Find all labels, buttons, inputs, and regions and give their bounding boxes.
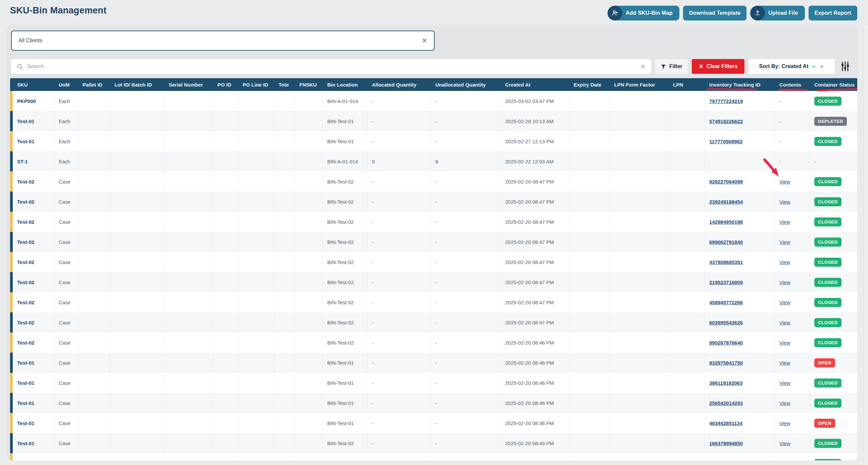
cell-serial xyxy=(164,131,213,151)
inventory-tracking-id-link[interactable]: 990287876640 xyxy=(709,340,743,345)
view-contents-link[interactable]: View xyxy=(779,340,790,345)
cell-contents: View xyxy=(775,232,810,252)
cell-lpn xyxy=(669,131,705,151)
download-template-button[interactable]: Download Template xyxy=(683,6,746,21)
inventory-tracking-id-link[interactable]: 256542014293 xyxy=(709,400,743,406)
column-header-tracking_id: Inventory Tracking ID xyxy=(705,82,775,88)
table-row: Test-02CaseBIN-Test-02--2025-02-20 08:47… xyxy=(10,292,857,312)
view-contents-link[interactable]: View xyxy=(779,259,790,265)
cell-uom: Case xyxy=(54,292,78,312)
client-filter-select[interactable]: All Clients ✕ xyxy=(11,31,435,51)
inventory-tracking-id-link[interactable]: 797777224219 xyxy=(709,98,743,104)
cell-created: 2025-02-20 08:47 PM xyxy=(501,232,569,252)
inventory-tracking-id-link[interactable]: 483442851134 xyxy=(709,420,742,426)
cell-serial xyxy=(164,192,213,212)
vertical-scrollbar[interactable] xyxy=(863,26,868,465)
cell-created: 2025-03-02 03:47 PM xyxy=(501,91,569,111)
cell-bin: BIN-Test-02 xyxy=(323,192,368,212)
cell-unalloc: - xyxy=(431,453,501,460)
cell-pallet_id xyxy=(78,131,110,151)
cell-serial xyxy=(164,151,213,171)
cell-pallet_id xyxy=(78,272,110,292)
column-header-lot_id: Lot ID/ Batch ID xyxy=(110,82,164,88)
cell-expiry xyxy=(569,252,610,272)
view-contents-link[interactable]: View xyxy=(779,219,790,225)
inventory-tracking-id-link[interactable]: 932975841750 xyxy=(709,360,743,366)
cell-sku: Test-02 xyxy=(13,232,54,252)
cell-lpn xyxy=(669,292,705,312)
upload-file-button[interactable]: Upload File xyxy=(750,6,805,21)
cell-sku: Test-02 xyxy=(13,252,54,272)
add-sku-bin-map-label: Add SKU-Bin Map xyxy=(626,10,673,16)
inventory-tracking-id-link[interactable]: 142984950198 xyxy=(709,219,743,225)
cell-unalloc: - xyxy=(431,393,501,413)
filter-button[interactable]: Filter xyxy=(655,59,688,74)
cell-expiry xyxy=(569,111,610,131)
inventory-tracking-id-link[interactable]: 239249188454 xyxy=(709,199,743,205)
table-row: Test-02CaseBIN-Test-02--2025-02-20 08:47… xyxy=(10,171,857,192)
page-title: SKU-Bin Management xyxy=(10,5,106,16)
view-contents-link[interactable]: View xyxy=(779,400,790,406)
cell-created: 2025-02-20 08:47 PM xyxy=(501,312,569,332)
cell-unalloc: - xyxy=(431,232,501,252)
column-header-serial: Serial Number xyxy=(164,82,213,88)
cell-po_id xyxy=(213,393,238,413)
cell-fnsku xyxy=(295,332,323,353)
cell-bin: BIN-A-01-014 xyxy=(323,151,368,171)
cell-tracking_id: 602695543626 xyxy=(705,312,775,332)
cell-status: CLOSED xyxy=(810,292,857,312)
view-contents-link[interactable]: View xyxy=(779,360,790,366)
view-contents-link[interactable]: View xyxy=(779,239,790,245)
inventory-tracking-id-link[interactable]: 166378994850 xyxy=(709,440,743,446)
cell-expiry xyxy=(569,212,610,232)
add-sku-bin-map-button[interactable]: Add SKU-Bin Map xyxy=(608,6,679,21)
cell-unalloc: - xyxy=(431,192,501,212)
export-report-button[interactable]: Export Report xyxy=(809,6,857,21)
cell-status: CLOSED xyxy=(810,433,857,453)
container-status-badge: CLOSED xyxy=(814,97,841,106)
inventory-tracking-id-link[interactable]: 458945772266 xyxy=(709,300,743,305)
view-contents-link[interactable]: View xyxy=(779,380,790,386)
cell-fnsku xyxy=(295,171,323,192)
view-contents-link[interactable]: View xyxy=(779,320,790,326)
view-contents-link[interactable]: View xyxy=(779,300,790,305)
cell-lpn_ff xyxy=(610,453,669,460)
view-contents-link[interactable]: View xyxy=(779,279,790,285)
cell-bin: BIN-Test-01 xyxy=(323,111,368,131)
inventory-tracking-id-link[interactable]: 219523716809 xyxy=(709,279,743,285)
cell-sku: Test-01 xyxy=(13,111,54,131)
search-clear-icon[interactable]: ✕ xyxy=(641,63,646,70)
inventory-tracking-id-link[interactable]: 928227064099 xyxy=(709,179,743,185)
cell-lot_id xyxy=(110,232,164,252)
cell-unalloc: - xyxy=(431,252,501,272)
cell-fnsku xyxy=(295,353,323,373)
inventory-tracking-id-link[interactable]: 386119182063 xyxy=(709,380,742,386)
inventory-tracking-id-link[interactable]: 437808685351 xyxy=(709,259,743,265)
cell-tote xyxy=(274,453,295,460)
view-contents-link[interactable]: View xyxy=(779,420,790,426)
cell-po_id xyxy=(213,312,238,332)
clear-filters-button[interactable]: ✕ Clear Filters xyxy=(692,59,744,74)
cell-fnsku xyxy=(295,312,323,332)
cell-bin: BIN-Test-01 xyxy=(323,131,368,151)
sort-direction-chevron-icon[interactable] xyxy=(811,64,816,69)
chevron-down-icon[interactable] xyxy=(819,64,824,69)
cell-fnsku xyxy=(295,292,323,312)
view-contents-link[interactable]: View xyxy=(779,199,790,205)
inventory-tracking-id-link[interactable]: 117770568962 xyxy=(709,139,742,144)
cell-uom: Case xyxy=(54,212,78,232)
cell-unalloc: - xyxy=(431,171,501,192)
container-status-badge: CLOSED xyxy=(814,177,841,186)
client-filter-clear-icon[interactable]: ✕ xyxy=(422,37,427,44)
inventory-tracking-id-link[interactable]: 699062791840 xyxy=(709,239,743,245)
inventory-tracking-id-link[interactable]: 602695543626 xyxy=(709,320,743,326)
cell-serial xyxy=(164,292,213,312)
sort-by-dropdown[interactable]: Sort By: Created At xyxy=(748,59,835,74)
search-input[interactable] xyxy=(27,63,637,69)
container-status-badge: OPEN xyxy=(814,358,835,367)
view-contents-link[interactable]: View xyxy=(779,440,790,446)
column-settings-button[interactable] xyxy=(839,59,851,74)
cell-status: OPEN xyxy=(810,353,857,373)
cell-sku: Test-02 xyxy=(13,192,54,212)
inventory-tracking-id-link[interactable]: 574918226622 xyxy=(709,119,743,124)
